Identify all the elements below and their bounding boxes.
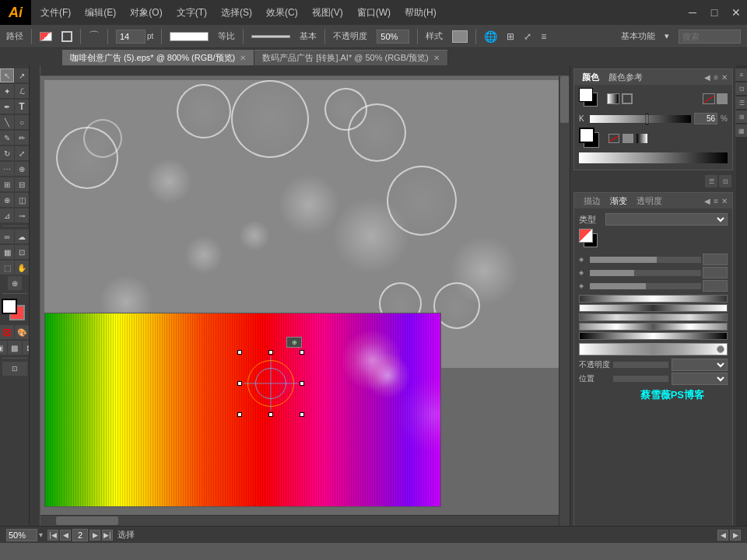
gradient-tool[interactable]: ◫	[15, 193, 29, 207]
color-ref-tab[interactable]: 颜色参考	[605, 71, 646, 84]
right-icon-5[interactable]: ▦	[735, 124, 747, 137]
color-mode[interactable]: 🎨	[15, 325, 29, 339]
menu-object[interactable]: 对象(O)	[124, 3, 168, 23]
gradient-circle-handle[interactable]	[717, 345, 724, 353]
handle-tm[interactable]	[268, 350, 273, 355]
column-graph-tool[interactable]: ▦	[0, 245, 14, 259]
screen-mode[interactable]: ▣	[0, 341, 7, 355]
gradient-fill-icon[interactable]	[637, 134, 647, 143]
vertical-scrollbar[interactable]	[559, 76, 570, 526]
lasso-tool[interactable]: ℒ	[15, 84, 29, 98]
main-fg-swatch[interactable]	[579, 128, 594, 143]
align-icon[interactable]: ⊞	[503, 30, 517, 44]
handle-tr[interactable]	[300, 350, 304, 355]
grad-strip-1[interactable]	[579, 295, 728, 303]
handle-ml[interactable]	[237, 381, 242, 386]
opacity-input[interactable]	[377, 30, 409, 44]
layers-icon[interactable]: ☰	[705, 175, 717, 187]
grad-slider-2[interactable]	[590, 270, 701, 276]
grad-input-1[interactable]	[703, 254, 728, 265]
fill-shape-selector[interactable]	[58, 30, 75, 44]
foreground-color-swatch[interactable]	[2, 299, 17, 314]
stroke-tab[interactable]: 描边	[579, 194, 605, 208]
selected-object[interactable]: ⊕	[240, 352, 302, 415]
opacity-dropdown[interactable]	[672, 359, 728, 371]
right-icon-4[interactable]: ⊞	[735, 110, 747, 123]
menu-window[interactable]: 窗口(W)	[351, 3, 397, 23]
maximize-button[interactable]: □	[703, 0, 725, 25]
hand-tool[interactable]: ✋	[15, 261, 29, 275]
vscroll-thumb[interactable]	[560, 76, 569, 123]
perspective-grid-tool[interactable]: ⊟	[15, 177, 29, 191]
view-mode-2[interactable]: ▩	[8, 341, 22, 355]
tab-2[interactable]: 数码产品广告 [转换].AI* @ 50% (RGB/预览) ✕	[254, 50, 447, 65]
fg-color-display[interactable]	[579, 88, 593, 102]
gradient-panel-close[interactable]: ✕	[721, 197, 728, 205]
paint-brush-tool[interactable]: ✎	[0, 131, 14, 145]
right-icon-2[interactable]: ⊡	[735, 82, 747, 95]
symbol-sprayer-tool[interactable]: ☁	[15, 229, 29, 243]
color-panel-menu[interactable]: ≡	[714, 73, 718, 82]
view-mode-3[interactable]: ⊠	[23, 341, 30, 355]
magic-wand-tool[interactable]: ✦	[0, 84, 14, 98]
menu-effect[interactable]: 效果(C)	[260, 3, 304, 23]
k-slider[interactable]	[590, 115, 691, 123]
page-input[interactable]	[72, 529, 88, 541]
scroll-right-btn[interactable]: ▶	[730, 530, 741, 541]
text-tool[interactable]: T	[15, 100, 29, 114]
stroke-color-swatch[interactable]	[37, 30, 55, 43]
search-input[interactable]	[679, 30, 741, 44]
color-solid-icon[interactable]	[622, 93, 633, 104]
right-icon-3[interactable]: ☰	[735, 96, 747, 109]
menu-text[interactable]: 文字(T)	[170, 3, 213, 23]
handle-br[interactable]	[300, 412, 304, 417]
tab-1[interactable]: 咖啡创意广告 (5).eps* @ 800% (RGB/预览) ✕	[62, 50, 254, 65]
scroll-left-btn[interactable]: ◀	[717, 530, 728, 541]
grad-slider-1[interactable]	[590, 257, 701, 263]
opacity-bar[interactable]	[613, 362, 668, 368]
handle-bm[interactable]	[268, 412, 273, 417]
right-icon-1[interactable]: ≡	[735, 68, 747, 81]
shape-builder-tool[interactable]: ⊞	[0, 177, 14, 191]
grad-strip-3[interactable]	[579, 313, 728, 321]
close-button[interactable]: ✕	[725, 0, 747, 25]
selection-tool[interactable]: ↖	[0, 68, 14, 82]
web-icon[interactable]: 🌐	[481, 29, 500, 44]
line-tool[interactable]: ╲	[0, 115, 14, 129]
k-slider-handle[interactable]	[646, 114, 648, 124]
pen-tool[interactable]: ✒	[0, 100, 14, 114]
type-select[interactable]	[605, 213, 728, 226]
canvas-area[interactable]: ⊕	[40, 76, 570, 515]
grad-input-3[interactable]	[703, 280, 728, 292]
none-fill-icon[interactable]	[608, 134, 619, 143]
blend-tool[interactable]: ∞	[0, 229, 14, 243]
handle-tl[interactable]	[237, 350, 242, 355]
menu-view[interactable]: 视图(V)	[306, 3, 349, 23]
k-value-input[interactable]	[694, 113, 717, 124]
next-page-btn[interactable]: ▶	[89, 530, 100, 541]
handle-bl[interactable]	[237, 412, 242, 417]
prev-page-btn[interactable]: ◀	[60, 530, 71, 541]
slice-tool[interactable]: ⬚	[0, 261, 14, 275]
first-page-btn[interactable]: |◀	[47, 530, 58, 541]
style-swatch[interactable]	[449, 29, 471, 44]
menu-file[interactable]: 文件(F)	[34, 3, 77, 23]
grad-input-2[interactable]	[703, 267, 728, 278]
tab-1-close[interactable]: ✕	[240, 54, 246, 62]
artboard-tool[interactable]: ⊡	[15, 245, 29, 259]
color-tab[interactable]: 颜色	[579, 71, 602, 84]
rotate-tool[interactable]: ↻	[0, 146, 14, 160]
none-fill[interactable]: ⊠	[0, 325, 14, 339]
gradient-strip-bar[interactable]	[579, 343, 728, 355]
color-gradient-icon[interactable]	[607, 93, 619, 104]
measure-tool[interactable]: ⊸	[15, 208, 29, 222]
artboards-icon[interactable]: ⊡	[719, 175, 731, 187]
workspace-dropdown[interactable]: ▾	[661, 30, 672, 43]
gradient-panel-collapse[interactable]: ◀	[704, 197, 710, 205]
handle-mr[interactable]	[300, 381, 304, 386]
color-panel-collapse[interactable]: ◀	[704, 73, 710, 82]
horizontal-scrollbar[interactable]	[40, 515, 559, 526]
gradient-tab[interactable]: 渐变	[605, 194, 632, 208]
transform-icon[interactable]: ⤢	[521, 30, 535, 44]
grad-strip-5[interactable]	[579, 332, 728, 340]
